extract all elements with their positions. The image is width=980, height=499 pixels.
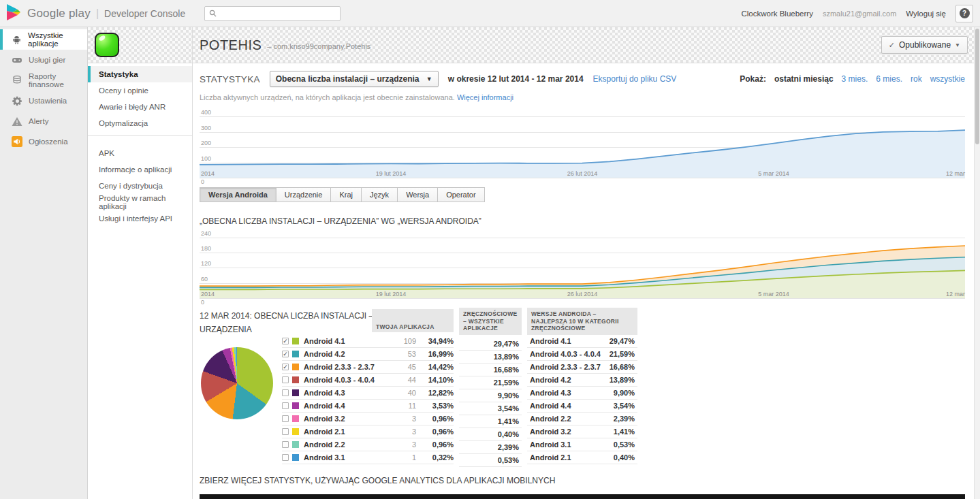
publish-status-button[interactable]: ✓ Opublikowane ▼ xyxy=(881,36,968,54)
category-percent: 0,40% xyxy=(459,428,522,441)
sidebar-item-2[interactable]: Raporty finansowe xyxy=(0,70,87,91)
table-row: Android 3.230,96% xyxy=(282,413,454,425)
help-button[interactable]: ? xyxy=(955,5,973,22)
app-icon xyxy=(95,33,119,57)
tab-wersja[interactable]: Wersja xyxy=(398,187,438,202)
app-header-band: POTEHIS – com.kriso99company.Potehis ✓ O… xyxy=(193,27,980,63)
sidebar-item-0[interactable]: Wszystkie aplikacje xyxy=(0,29,87,50)
series-checkbox[interactable] xyxy=(282,428,289,435)
megaphone-icon xyxy=(12,136,22,147)
y-axis-zero-label: 0 xyxy=(201,178,204,185)
tab-urz-dzenie[interactable]: Urządzenie xyxy=(276,187,332,202)
category-percent: 21,59% xyxy=(610,350,635,358)
series-checkbox[interactable] xyxy=(282,402,289,409)
install-percent: 12,82% xyxy=(416,389,454,397)
series-color-swatch xyxy=(292,389,299,396)
tab-wersja-androida[interactable]: Wersja Androida xyxy=(200,187,276,202)
sidebar-item-label: Raporty finansowe xyxy=(29,72,87,88)
series-checkbox[interactable] xyxy=(282,389,289,396)
sidebar-item-label: Wszystkie aplikacje xyxy=(28,31,87,48)
category-percent: 1,41% xyxy=(614,428,635,436)
vertical-scrollbar[interactable] xyxy=(974,27,980,499)
series-color-swatch xyxy=(292,351,299,357)
app-nav-item[interactable]: Oceny i opinie xyxy=(88,82,192,99)
series-color-swatch xyxy=(292,454,299,461)
category-percent: 1,41% xyxy=(459,415,522,428)
install-percent: 0,96% xyxy=(416,415,454,423)
series-checkbox[interactable]: ✓ xyxy=(282,351,289,357)
google-play-brand[interactable]: Google play xyxy=(7,4,91,23)
x-axis-label: 26 lut 2014 xyxy=(567,170,598,177)
footer-dark-bar xyxy=(200,494,965,499)
sidebar-item-3[interactable]: Ustawienia xyxy=(0,91,87,111)
scrollbar-thumb[interactable] xyxy=(975,29,979,144)
app-nav-group-1: APKInformacje o aplikacjiCeny i dystrybu… xyxy=(88,142,192,231)
install-percent: 14,42% xyxy=(416,363,454,371)
tab-j-zyk[interactable]: Język xyxy=(362,187,398,202)
more-info-link[interactable]: Więcej informacji xyxy=(457,93,513,101)
top-category-row: Android 4.39,90% xyxy=(527,387,637,400)
chevron-down-icon: ▼ xyxy=(955,42,960,48)
range-wszystkie[interactable]: wszystkie xyxy=(930,74,965,84)
help-icon: ? xyxy=(960,8,970,18)
category-all-column-header: ZRĘCZNOŚCIOWE – WSZYSTKIE APLIKACJE xyxy=(459,308,522,335)
x-axis-label: 12 mar xyxy=(946,291,965,297)
install-count: 3 xyxy=(393,440,416,449)
android-version-label: Android 4.1 xyxy=(304,337,393,345)
app-nav-item[interactable]: Optymalizacja xyxy=(88,115,192,131)
search-input[interactable] xyxy=(220,10,336,18)
series-checkbox[interactable] xyxy=(282,454,289,461)
range-rok[interactable]: rok xyxy=(911,74,922,84)
series-color-swatch xyxy=(292,415,299,422)
range-3-mies-[interactable]: 3 mies. xyxy=(842,74,868,84)
tab-operator[interactable]: Operator xyxy=(438,187,484,202)
sidebar-item-5[interactable]: Ogłoszenia xyxy=(0,131,87,152)
top-category-row: Android 3.21,41% xyxy=(527,425,637,438)
range-6-mies-[interactable]: 6 mies. xyxy=(876,74,902,84)
metric-dropdown[interactable]: Obecna liczba instalacji – urządzenia ▼ xyxy=(270,71,439,87)
series-color-swatch xyxy=(292,428,299,435)
series-checkbox[interactable] xyxy=(282,415,289,422)
android-version-stacked-chart: 60120180240201419 lut 201426 lut 20145 m… xyxy=(200,235,965,299)
android-version-label: Android 2.3.3 - 2.3.7 xyxy=(530,363,610,371)
series-checkbox[interactable]: ✓ xyxy=(282,364,289,370)
series-checkbox[interactable]: ✓ xyxy=(282,338,289,344)
app-title: POTEHIS xyxy=(200,37,262,53)
series-checkbox[interactable] xyxy=(282,441,289,448)
logout-link[interactable]: Wyloguj się xyxy=(906,10,946,18)
check-icon: ✓ xyxy=(889,41,895,50)
app-nav-item[interactable]: Awarie i błędy ANR xyxy=(88,99,192,115)
search-box[interactable] xyxy=(204,6,341,21)
app-nav-item[interactable]: Usługi i interfejsy API xyxy=(88,210,192,227)
android-version-label: Android 3.1 xyxy=(530,440,614,449)
category-percent: 0,53% xyxy=(614,440,635,449)
install-count: 109 xyxy=(393,337,416,345)
primary-sidebar: Wszystkie aplikacjeUsługi gierRaporty fi… xyxy=(0,27,88,499)
app-nav-item[interactable]: APK xyxy=(88,145,192,161)
sidebar-item-4[interactable]: Alerty xyxy=(0,111,87,131)
install-count: 44 xyxy=(393,376,416,384)
android-version-label: Android 3.2 xyxy=(304,415,393,423)
app-nav-item[interactable]: Statystyka xyxy=(88,66,192,82)
search-icon xyxy=(209,7,217,20)
app-nav-item[interactable]: Produkty w ramach aplikacji xyxy=(88,194,192,210)
android-version-label: Android 2.2 xyxy=(304,440,393,449)
chevron-down-icon: ▼ xyxy=(426,76,432,82)
install-count: 3 xyxy=(393,415,416,423)
app-nav-item[interactable]: Informacje o aplikacji xyxy=(88,161,192,178)
tab-kraj[interactable]: Kraj xyxy=(331,187,362,202)
sidebar-item-1[interactable]: Usługi gier xyxy=(0,50,87,70)
your-app-column-header: TWOJA APLIKACJA xyxy=(372,309,454,332)
analytics-promo-heading: ZBIERZ WIĘCEJ STATYSTYK, UŻYWAJĄC GOOGLE… xyxy=(200,476,965,485)
app-nav-item[interactable]: Ceny i dystrybucja xyxy=(88,178,192,194)
sidebar-item-label: Usługi gier xyxy=(29,56,65,64)
table-row: ✓Android 2.3.3 - 2.3.74514,42% xyxy=(282,361,454,374)
series-checkbox[interactable] xyxy=(282,376,289,383)
android-version-label: Android 4.2 xyxy=(304,350,393,358)
android-version-label: Android 2.2 xyxy=(530,415,614,423)
export-csv-link[interactable]: Eksportuj do pliku CSV xyxy=(593,74,677,84)
range-ostatni-miesi-c[interactable]: ostatni miesiąc xyxy=(774,74,834,84)
category-percent: 29,47% xyxy=(610,337,635,345)
android-version-label: Android 4.0.3 - 4.0.4 xyxy=(530,350,610,358)
table-row: Android 3.110,32% xyxy=(282,451,454,464)
